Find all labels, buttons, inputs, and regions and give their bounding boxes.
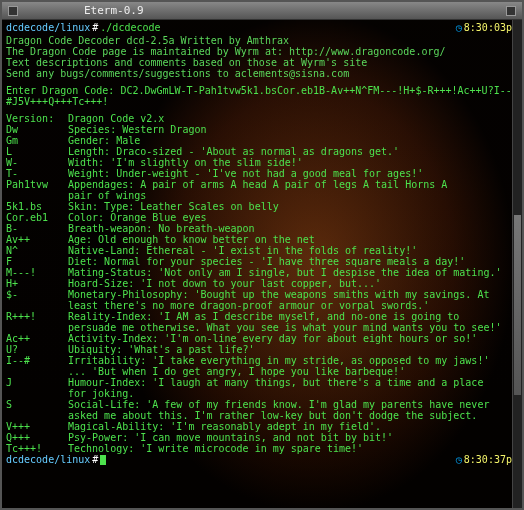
entry-desc: Length: Draco-sized - 'About as normal a… — [68, 146, 518, 157]
entry-code: M---! — [6, 267, 68, 278]
entry-desc: Hoard-Size: 'I not down to your last cop… — [68, 278, 518, 289]
clock-icon: ◷ — [456, 22, 462, 33]
entry-code: J — [6, 377, 68, 388]
minimize-icon[interactable] — [506, 6, 516, 16]
window-title: Eterm-0.9 — [24, 4, 500, 17]
entry-code — [6, 410, 68, 421]
window-menu-icon[interactable] — [8, 6, 18, 16]
entry-row: M---!Mating-Status: 'Not only am I singl… — [6, 267, 518, 278]
entry-code: H+ — [6, 278, 68, 289]
entry-desc: Irritability: 'I take everything in my s… — [68, 355, 518, 366]
header-line: The Dragon Code page is maintained by Wy… — [6, 46, 518, 57]
entry-row: DwSpecies: Western Dragon — [6, 124, 518, 135]
entry-desc: Weight: Under-weight - 'I've not had a g… — [68, 168, 518, 179]
entry-code — [6, 366, 68, 377]
entry-desc: Skin: Type: Leather Scales on belly — [68, 201, 518, 212]
input-prompt-line: Enter Dragon Code: DC2.DwGmLW-T-Pah1tvw5… — [6, 85, 518, 107]
entry-code: Tc+++! — [6, 443, 68, 454]
entry-row: H+Hoard-Size: 'I not down to your last c… — [6, 278, 518, 289]
entry-row: SSocial-Life: 'A few of my friends know.… — [6, 399, 518, 410]
entry-desc: Appendages: A pair of arms A head A pair… — [68, 179, 518, 190]
titlebar[interactable]: Eterm-0.9 — [2, 2, 522, 20]
entry-code: U? — [6, 344, 68, 355]
entry-row: N^Native-Land: Ethereal - 'I exist in th… — [6, 245, 518, 256]
entry-desc: Social-Life: 'A few of my friends know. … — [68, 399, 518, 410]
prompt-path: dcdecode/linux — [6, 454, 90, 465]
header-line: Dragon Code Decoder dcd-2.5a Written by … — [6, 35, 518, 46]
entry-code: 5k1.bs — [6, 201, 68, 212]
entry-desc: pair of wings — [68, 190, 518, 201]
terminal-area[interactable]: dcdecode/linux # ./dcdecode ◷8:30:03pm D… — [2, 20, 522, 508]
entry-row: B-Breath-weapon: No breath-weapon — [6, 223, 518, 234]
entry-desc: ... 'But when I do get angry, I hope you… — [68, 366, 518, 377]
entry-desc: Technology: 'I write microcode in my spa… — [68, 443, 518, 454]
entry-code: $- — [6, 289, 68, 300]
entry-desc: least there's no more dragon-proof armou… — [68, 300, 518, 311]
scrollbar[interactable] — [512, 20, 522, 508]
prompt-line-top: dcdecode/linux # ./dcdecode ◷8:30:03pm — [6, 22, 518, 33]
header-line: Text descriptions and comments based on … — [6, 57, 518, 68]
entry-row: V+++Magical-Ability: 'I'm reasonably ade… — [6, 421, 518, 432]
entry-desc: Humour-Index: 'I laugh at many things, b… — [68, 377, 518, 388]
entry-row: I--#Irritability: 'I take everything in … — [6, 355, 518, 366]
entry-code: T- — [6, 168, 68, 179]
entry-code: F — [6, 256, 68, 267]
entry-code — [6, 322, 68, 333]
entry-desc: Ubiquity: 'What's a past life?' — [68, 344, 518, 355]
scrollbar-thumb[interactable] — [514, 215, 521, 395]
entry-code: Ac++ — [6, 333, 68, 344]
entry-code: R+++! — [6, 311, 68, 322]
prompt-path: dcdecode/linux — [6, 22, 90, 33]
entry-row: LLength: Draco-sized - 'About as normal … — [6, 146, 518, 157]
entry-code: Av++ — [6, 234, 68, 245]
entry-row: U?Ubiquity: 'What's a past life?' — [6, 344, 518, 355]
entry-code: L — [6, 146, 68, 157]
entry-desc: Native-Land: Ethereal - 'I exist in the … — [68, 245, 518, 256]
entry-row: JHumour-Index: 'I laugh at many things, … — [6, 377, 518, 388]
entry-row: GmGender: Male — [6, 135, 518, 146]
entry-code — [6, 388, 68, 399]
entry-code: Gm — [6, 135, 68, 146]
entry-code — [6, 300, 68, 311]
entry-row: Ac++Activity-Index: 'I'm on-line every d… — [6, 333, 518, 344]
entry-code: S — [6, 399, 68, 410]
entry-row: T-Weight: Under-weight - 'I've not had a… — [6, 168, 518, 179]
prompt-hash: # — [92, 454, 98, 465]
entry-desc: asked me about this. I'm rather low-key … — [68, 410, 518, 421]
entry-row: W-Width: 'I'm slightly on the slim side!… — [6, 157, 518, 168]
entry-desc: Breath-weapon: No breath-weapon — [68, 223, 518, 234]
entry-desc: Diet: Normal for your species - 'I have … — [68, 256, 518, 267]
entry-desc: Species: Western Dragon — [68, 124, 518, 135]
entry-row: R+++!Reality-Index: 'I AM as I describe … — [6, 311, 518, 322]
entry-row: Tc+++!Technology: 'I write microcode in … — [6, 443, 518, 454]
entry-code: Pah1tvw — [6, 179, 68, 190]
entry-desc: Color: Orange Blue eyes — [68, 212, 518, 223]
window-frame: Eterm-0.9 dcdecode/linux # ./dcdecode ◷8… — [0, 0, 524, 510]
entry-row: Cor.eb1Color: Orange Blue eyes — [6, 212, 518, 223]
entry-row: ... 'But when I do get angry, I hope you… — [6, 366, 518, 377]
entry-row: Q+++Psy-Power: 'I can move mountains, an… — [6, 432, 518, 443]
entry-desc: Gender: Male — [68, 135, 518, 146]
entry-row: FDiet: Normal for your species - 'I have… — [6, 256, 518, 267]
entry-desc: for joking. — [68, 388, 518, 399]
entry-row: Version:Dragon Code v2.x — [6, 113, 518, 124]
decoded-entries: Version:Dragon Code v2.xDwSpecies: Weste… — [6, 113, 518, 454]
entry-desc: Monetary-Philosophy: 'Bought up the weap… — [68, 289, 518, 300]
program-header: Dragon Code Decoder dcd-2.5a Written by … — [6, 35, 518, 79]
entry-desc: persuade me otherwise. What you see is w… — [68, 322, 518, 333]
prompt-command: ./dcdecode — [100, 22, 160, 33]
header-line: Send any bugs/comments/suggestions to ac… — [6, 68, 518, 79]
entry-row: pair of wings — [6, 190, 518, 201]
entry-desc: Reality-Index: 'I AM as I describe mysel… — [68, 311, 518, 322]
entry-row: persuade me otherwise. What you see is w… — [6, 322, 518, 333]
clock-top: ◷8:30:03pm — [456, 22, 518, 33]
entry-row: least there's no more dragon-proof armou… — [6, 300, 518, 311]
entry-code: I--# — [6, 355, 68, 366]
entry-desc: Age: Old enough to know better on the ne… — [68, 234, 518, 245]
entry-row: 5k1.bsSkin: Type: Leather Scales on bell… — [6, 201, 518, 212]
entry-desc: Mating-Status: 'Not only am I single, bu… — [68, 267, 518, 278]
entry-code: Version: — [6, 113, 68, 124]
entry-desc: Width: 'I'm slightly on the slim side!' — [68, 157, 518, 168]
cursor — [100, 455, 106, 465]
clock-bottom: ◷8:30:37pm — [456, 454, 518, 465]
